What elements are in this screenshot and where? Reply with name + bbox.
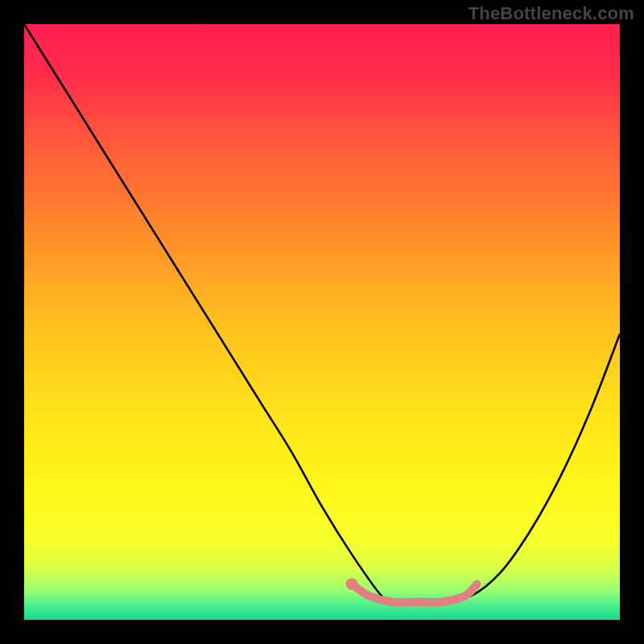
bottleneck-curve xyxy=(24,24,620,602)
watermark-text: TheBottleneck.com xyxy=(469,3,634,24)
curve-layer xyxy=(24,24,620,620)
optimal-range-highlight xyxy=(352,584,477,603)
plot-area xyxy=(24,24,620,620)
optimal-start-marker xyxy=(346,578,358,590)
chart-frame: TheBottleneck.com xyxy=(0,0,644,644)
